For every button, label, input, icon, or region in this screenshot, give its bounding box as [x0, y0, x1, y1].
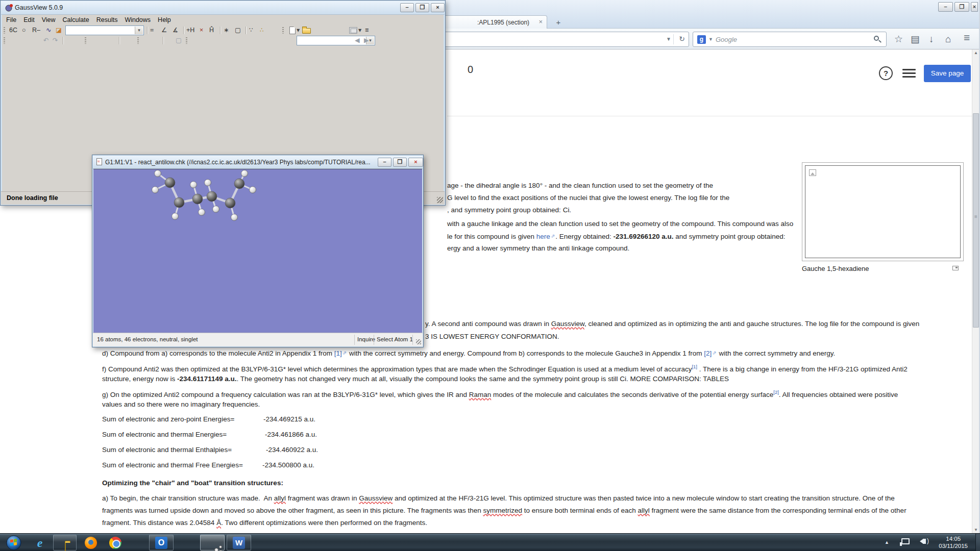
carbon-atom[interactable] [207, 191, 217, 202]
text-span: with the correct symmetry and energy. Co… [347, 349, 704, 357]
taskbar-chrome-button[interactable] [104, 535, 127, 550]
taskbar-ie-button[interactable]: e [29, 535, 51, 550]
hidden-icons-button[interactable]: ▲ [885, 540, 889, 545]
page-menu-icon[interactable] [902, 69, 916, 78]
external-link-icon[interactable]: ⇗ [342, 350, 347, 356]
taskbar-firefox-button[interactable] [80, 535, 102, 550]
resize-grip[interactable] [437, 197, 443, 203]
text-span: with the correct symmetry and energy. [717, 349, 836, 357]
close-button[interactable]: × [431, 3, 445, 12]
clean-structure-icon[interactable]: ∗ [224, 26, 229, 35]
close-button[interactable]: × [408, 158, 423, 167]
save-page-button[interactable]: Save page [924, 65, 971, 82]
toolbar-grip[interactable] [4, 37, 5, 44]
external-link-icon[interactable]: ⇗ [712, 350, 717, 356]
minimize-button[interactable]: – [378, 158, 391, 167]
text-span: g) On the optimized Anti2 compound a fre… [102, 391, 469, 398]
text-span: -234.500800 a.u. [262, 461, 314, 469]
custom-fragment-icon[interactable]: ◪ [56, 26, 62, 35]
open-file-icon[interactable] [302, 28, 311, 34]
hydrogen-atom[interactable] [241, 170, 248, 177]
network-icon[interactable] [901, 538, 910, 544]
show-desktop-button[interactable] [975, 534, 980, 551]
wiki-link[interactable]: [2] [704, 349, 712, 357]
wiki-link[interactable]: [1] [334, 349, 342, 357]
toolbar-grip[interactable] [4, 27, 5, 34]
minimize-button[interactable]: – [400, 3, 414, 12]
menu-item-calculate[interactable]: Calculate [59, 15, 93, 25]
start-button[interactable] [3, 535, 24, 550]
scheme-combo-box[interactable] [297, 36, 375, 45]
resize-grip[interactable] [416, 339, 421, 344]
carbon-atom[interactable] [192, 194, 203, 204]
page-scrollbar[interactable]: ▲ ▼ [972, 49, 979, 533]
browser-close-button[interactable]: × [971, 2, 978, 12]
item-list-icon[interactable]: ≡ [365, 26, 369, 35]
hydrogen-atom[interactable] [199, 209, 205, 216]
fragment-combo-box[interactable] [65, 26, 144, 35]
scroll-down-icon[interactable]: ▼ [972, 528, 979, 532]
dihedral-tool-icon[interactable]: ∡ [173, 26, 178, 35]
hydrogen-atom[interactable] [155, 170, 161, 177]
divider [447, 116, 972, 116]
hydrogen-atom[interactable] [231, 214, 238, 221]
taskbar-clock[interactable]: 14:05 03/11/2015 [939, 535, 968, 549]
carbon-atom[interactable] [234, 179, 244, 189]
carbon-atom[interactable] [174, 197, 184, 208]
marquee-select-icon[interactable]: ▢ [235, 26, 241, 35]
menu-item-view[interactable]: View [38, 15, 59, 25]
wiki-link[interactable]: here [536, 233, 550, 240]
maximize-button[interactable]: ❒ [415, 3, 429, 12]
taskbar-word-button[interactable]: W [227, 535, 251, 550]
volume-icon[interactable] [923, 539, 926, 544]
help-button[interactable]: ? [879, 66, 893, 80]
hydrogen-atom[interactable] [172, 213, 179, 220]
enlarge-icon[interactable] [952, 266, 959, 270]
delete-atom-icon[interactable]: × [200, 26, 203, 35]
wiki-link[interactable]: [2] [773, 389, 779, 395]
broken-image-icon [809, 169, 816, 176]
hydrogen-atom[interactable] [190, 182, 197, 188]
external-link-icon[interactable]: ⇗ [550, 233, 555, 239]
movie-icon[interactable] [349, 27, 357, 34]
menu-item-file[interactable]: File [3, 15, 20, 25]
angle-tool-icon[interactable]: ∠ [161, 26, 167, 35]
hydrogen-atom[interactable] [152, 187, 159, 193]
text-span: . Two different optimizations were then … [221, 519, 427, 527]
hydrogen-atom[interactable] [250, 187, 256, 193]
menu-item-results[interactable]: Results [93, 15, 121, 25]
carbon-atom[interactable] [225, 198, 235, 208]
wiki-link[interactable]: [1] [692, 364, 697, 369]
dropdown-caret-icon[interactable]: ▾ [358, 26, 361, 35]
hydrogen-atom[interactable] [205, 180, 211, 186]
molecule-viewport[interactable] [93, 169, 422, 333]
scroll-up-icon[interactable]: ▲ [972, 51, 979, 55]
new-document-icon[interactable] [289, 27, 296, 34]
scrollbar-thumb[interactable] [973, 113, 979, 328]
menu-item-help[interactable]: Help [154, 15, 175, 25]
ring-fragment-icon[interactable]: ○ [22, 26, 26, 35]
prev-view-icon: ◀ [355, 36, 360, 45]
element-fragment-icon[interactable]: 6C [9, 26, 17, 35]
dropdown-caret-icon[interactable]: ▾ [297, 26, 300, 35]
atom-dots-icon[interactable]: ∵ [249, 26, 253, 35]
biopolymer-icon[interactable]: ∿ [46, 26, 51, 35]
molecule-titlebar[interactable]: G1:M1:V1 - react_antilow.chk (//icnas2.c… [93, 156, 423, 169]
adjust-hydrogens-icon[interactable]: Ĥ [209, 26, 214, 35]
bond-tool-icon[interactable]: = [150, 26, 154, 35]
color-atoms-icon[interactable]: ∴ [260, 26, 264, 35]
menu-item-windows[interactable]: Windows [121, 15, 154, 25]
text-line: Sum of electronic and thermal Energies= [102, 430, 227, 439]
r-group-fragment-icon[interactable]: R– [32, 26, 40, 35]
menu-item-edit[interactable]: Edit [20, 15, 38, 25]
add-valence-icon[interactable]: +H [186, 26, 194, 35]
taskbar-gaussview-button[interactable] [200, 535, 225, 550]
text-span: y. A second anti compound was drawn in [425, 320, 551, 328]
gaussview-titlebar[interactable]: GaussView 5.0.9 – ❒ × [1, 1, 445, 15]
taskbar-explorer-button[interactable] [53, 535, 77, 550]
hydrogen-atom[interactable] [213, 206, 219, 213]
maximize-button[interactable]: ❒ [393, 158, 407, 167]
taskbar-outlook-button[interactable]: O [149, 535, 174, 550]
carbon-atom[interactable] [165, 178, 175, 188]
text-span: Sum of electronic and thermal Enthalpies… [102, 446, 232, 454]
